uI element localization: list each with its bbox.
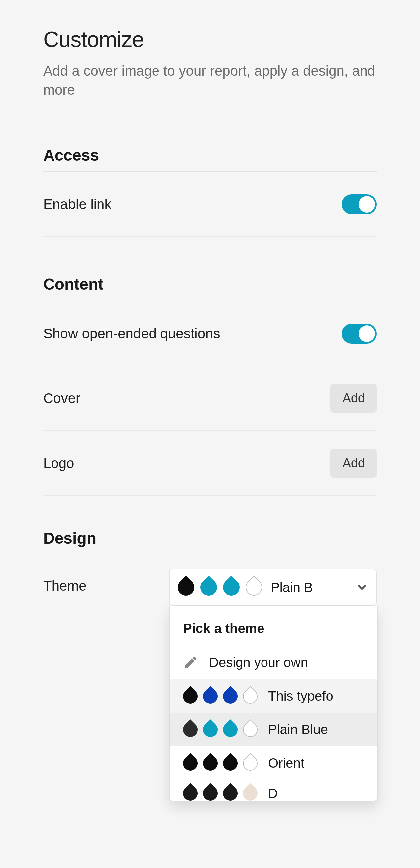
theme-select-value: Plain B — [271, 580, 356, 595]
toggle-knob — [358, 196, 375, 213]
theme-select-swatches — [178, 579, 262, 595]
drop-icon — [180, 783, 201, 801]
drop-icon — [240, 783, 260, 801]
theme-option-label: This typefo — [268, 688, 333, 704]
add-logo-button[interactable]: Add — [330, 448, 377, 477]
drop-icon — [220, 783, 240, 801]
drop-icon — [197, 576, 221, 599]
theme-option-design-own[interactable]: Design your own — [170, 645, 377, 679]
theme-option-label: Orient — [268, 756, 304, 771]
theme-option-swatches — [183, 786, 258, 801]
theme-option[interactable]: D — [170, 780, 377, 801]
enable-link-label: Enable link — [43, 196, 111, 212]
theme-option-label: D — [268, 786, 278, 801]
drop-icon — [242, 576, 266, 599]
page-title: Customize — [43, 27, 377, 52]
row-theme: Theme Plain B Pick a theme Design your o… — [43, 555, 377, 606]
row-show-open-ended: Show open-ended questions — [43, 301, 377, 366]
drop-icon — [180, 753, 201, 774]
theme-option-label: Plain Blue — [268, 722, 328, 737]
add-cover-button[interactable]: Add — [330, 384, 377, 413]
pencil-icon — [183, 655, 198, 670]
drop-icon — [220, 576, 243, 599]
row-logo: Logo Add — [43, 431, 377, 496]
theme-option[interactable]: Orient — [170, 746, 377, 780]
theme-option-swatches — [183, 689, 258, 704]
drop-icon — [240, 686, 260, 707]
section-heading-design: Design — [43, 529, 377, 555]
page-subtitle: Add a cover image to your report, apply … — [43, 62, 376, 99]
drop-icon — [220, 753, 240, 774]
drop-icon — [220, 719, 240, 740]
section-heading-access: Access — [43, 146, 377, 172]
theme-label: Theme — [43, 568, 87, 594]
enable-link-toggle[interactable] — [342, 194, 377, 214]
theme-option-swatches — [183, 722, 258, 737]
toggle-knob — [358, 326, 375, 342]
drop-icon — [200, 753, 221, 774]
row-enable-link: Enable link — [43, 172, 377, 237]
drop-icon — [200, 783, 221, 801]
theme-dropdown-header: Pick a theme — [170, 606, 377, 645]
theme-option[interactable]: Plain Blue — [170, 713, 377, 746]
drop-icon — [200, 719, 221, 740]
drop-icon — [220, 686, 240, 707]
drop-icon — [174, 576, 198, 599]
theme-option-swatches — [183, 756, 258, 771]
theme-option-label: Design your own — [209, 655, 308, 670]
show-open-ended-toggle[interactable] — [342, 324, 377, 344]
theme-select[interactable]: Plain B — [169, 568, 377, 606]
show-open-ended-label: Show open-ended questions — [43, 326, 220, 342]
section-heading-content: Content — [43, 275, 377, 301]
theme-option[interactable]: This typefo — [170, 679, 377, 713]
drop-icon — [200, 686, 221, 707]
drop-icon — [240, 753, 260, 774]
drop-icon — [180, 719, 201, 740]
chevron-down-icon — [356, 581, 368, 593]
cover-label: Cover — [43, 391, 80, 406]
logo-label: Logo — [43, 455, 74, 471]
drop-icon — [180, 686, 201, 707]
row-cover: Cover Add — [43, 366, 377, 431]
theme-dropdown: Pick a theme Design your own This typefo… — [169, 606, 378, 801]
drop-icon — [240, 719, 260, 740]
